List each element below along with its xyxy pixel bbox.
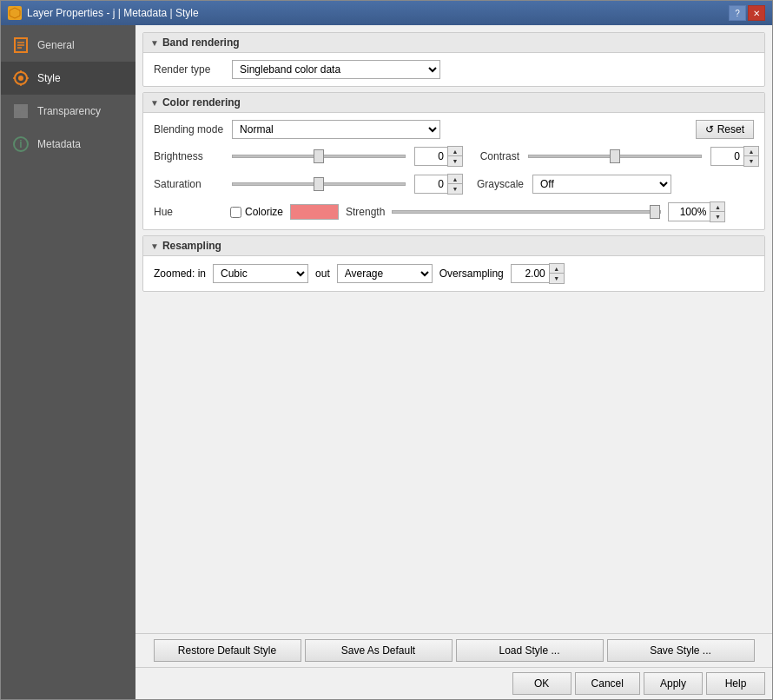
color-rendering-title: Color rendering xyxy=(162,96,241,109)
brightness-contrast-row: Brightness 0 ▲ ▼ Contra xyxy=(154,146,754,167)
sidebar-item-general[interactable]: General xyxy=(1,29,135,62)
oversampling-input[interactable]: 2.00 xyxy=(511,264,549,283)
saturation-grayscale-row: Saturation 0 ▲ ▼ Graysc xyxy=(154,174,754,195)
blending-mode-label: Blending mode xyxy=(154,123,223,135)
oversampling-down-button[interactable]: ▼ xyxy=(550,274,564,283)
panel-content: ▼ Band rendering Render type Singleband … xyxy=(135,25,772,633)
saturation-spinbox-btns: ▲ ▼ xyxy=(447,174,463,195)
contrast-down-button[interactable]: ▼ xyxy=(744,156,758,166)
reset-icon: ↺ xyxy=(705,123,714,135)
sidebar-item-style[interactable]: Style xyxy=(1,62,135,95)
main-window: Layer Properties - j | Metadata | Style … xyxy=(0,0,773,700)
contrast-input[interactable]: 0 xyxy=(710,147,743,166)
metadata-icon: i xyxy=(11,135,30,154)
brightness-slider[interactable] xyxy=(232,155,406,158)
window-title: Layer Properties - j | Metadata | Style xyxy=(27,7,199,19)
strength-down-button[interactable]: ▼ xyxy=(710,212,724,221)
close-button[interactable]: ✕ xyxy=(748,5,765,21)
saturation-down-button[interactable]: ▼ xyxy=(448,184,462,194)
oversampling-spinbox-btns: ▲ ▼ xyxy=(549,263,565,284)
sidebar-item-metadata[interactable]: i Metadata xyxy=(1,128,135,161)
brightness-spinbox-btns: ▲ ▼ xyxy=(447,146,463,167)
svg-text:i: i xyxy=(19,138,22,150)
sidebar-label-style: Style xyxy=(37,72,61,84)
help-title-button[interactable]: ? xyxy=(729,5,746,21)
contrast-up-button[interactable]: ▲ xyxy=(744,147,758,156)
strength-input[interactable]: 100% xyxy=(668,202,710,221)
reset-button[interactable]: ↺ Reset xyxy=(696,120,754,139)
cancel-button[interactable]: Cancel xyxy=(575,672,640,695)
zoomed-row: Zoomed: in Nearest Neighbour Bilinear Cu… xyxy=(154,263,754,284)
saturation-slider-container xyxy=(232,182,406,186)
color-rendering-arrow: ▼ xyxy=(150,98,159,108)
zoomed-out-label: out xyxy=(315,267,330,280)
svg-rect-11 xyxy=(21,104,28,111)
title-bar: Layer Properties - j | Metadata | Style … xyxy=(1,1,772,25)
zoomed-out-select[interactable]: Nearest Neighbour Bilinear Cubic Average xyxy=(337,264,433,283)
svg-point-5 xyxy=(18,76,23,81)
save-as-default-button[interactable]: Save As Default xyxy=(305,639,453,662)
grayscale-select[interactable]: Off By lightness By luminosity By averag… xyxy=(532,175,671,194)
colorize-checkbox[interactable] xyxy=(230,207,241,218)
saturation-label: Saturation xyxy=(154,178,223,190)
render-type-row: Render type Singleband color data Multib… xyxy=(154,60,754,79)
general-icon xyxy=(11,36,30,55)
apply-button[interactable]: Apply xyxy=(644,672,703,695)
contrast-slider-container xyxy=(528,155,702,158)
contrast-spinbox: 0 ▲ ▼ xyxy=(710,146,759,167)
oversampling-up-button[interactable]: ▲ xyxy=(550,264,564,274)
saturation-up-button[interactable]: ▲ xyxy=(448,175,462,184)
sidebar-label-metadata: Metadata xyxy=(37,138,81,150)
zoomed-in-select[interactable]: Nearest Neighbour Bilinear Cubic Cubic S… xyxy=(213,264,308,283)
strength-spinbox-btns: ▲ ▼ xyxy=(710,201,725,222)
saturation-spinbox: 0 ▲ ▼ xyxy=(414,174,463,195)
load-style-button[interactable]: Load Style ... xyxy=(456,639,604,662)
svg-marker-0 xyxy=(10,8,20,18)
render-type-select[interactable]: Singleband color data Multiband color Si… xyxy=(232,60,440,79)
band-rendering-title: Band rendering xyxy=(162,36,240,49)
brightness-down-button[interactable]: ▼ xyxy=(448,156,462,166)
contrast-label: Contrast xyxy=(472,150,519,162)
render-type-label: Render type xyxy=(154,63,223,76)
hue-label: Hue xyxy=(154,206,223,218)
zoomed-in-label: Zoomed: in xyxy=(154,267,206,280)
style-icon xyxy=(11,69,30,88)
brightness-slider-container xyxy=(232,155,406,158)
band-rendering-arrow: ▼ xyxy=(150,38,159,48)
strength-spinbox: 100% ▲ ▼ xyxy=(668,201,725,222)
saturation-slider[interactable] xyxy=(232,182,406,186)
color-rendering-body: Blending mode Normal Multiply Screen Ove… xyxy=(143,113,764,229)
restore-default-button[interactable]: Restore Default Style xyxy=(154,639,301,662)
contrast-slider[interactable] xyxy=(528,155,702,158)
resampling-header[interactable]: ▼ Resampling xyxy=(143,236,764,256)
blending-mode-select[interactable]: Normal Multiply Screen Overlay xyxy=(232,120,440,139)
oversampling-label: Oversampling xyxy=(439,267,504,280)
saturation-input[interactable]: 0 xyxy=(414,175,447,194)
strength-up-button[interactable]: ▲ xyxy=(710,202,724,212)
strength-label: Strength xyxy=(346,206,385,218)
help-button[interactable]: Help xyxy=(706,672,765,695)
resampling-arrow: ▼ xyxy=(150,241,159,251)
save-style-button[interactable]: Save Style ... xyxy=(607,639,755,662)
color-rendering-section: ▼ Color rendering Blending mode Normal M… xyxy=(142,92,765,230)
ok-button[interactable]: OK xyxy=(512,672,571,695)
band-rendering-header[interactable]: ▼ Band rendering xyxy=(143,33,764,53)
color-rendering-header[interactable]: ▼ Color rendering xyxy=(143,93,764,113)
band-rendering-section: ▼ Band rendering Render type Singleband … xyxy=(142,32,765,87)
sidebar-item-transparency[interactable]: Transparency xyxy=(1,95,135,128)
style-buttons-row: Restore Default Style Save As Default Lo… xyxy=(135,634,772,667)
strength-slider[interactable] xyxy=(392,210,661,214)
sidebar-label-transparency: Transparency xyxy=(37,105,101,117)
colorize-check: Colorize xyxy=(230,206,283,218)
svg-rect-12 xyxy=(14,111,21,118)
content-area: General Style xyxy=(1,25,772,699)
contrast-spinbox-btns: ▲ ▼ xyxy=(743,146,759,167)
svg-rect-10 xyxy=(14,104,21,111)
color-swatch[interactable] xyxy=(290,204,339,220)
app-icon xyxy=(8,6,22,20)
title-bar-controls: ? ✕ xyxy=(729,5,765,21)
brightness-spinbox: 0 ▲ ▼ xyxy=(414,146,463,167)
brightness-input[interactable]: 0 xyxy=(414,147,447,166)
brightness-label: Brightness xyxy=(154,150,223,162)
brightness-up-button[interactable]: ▲ xyxy=(448,147,462,156)
